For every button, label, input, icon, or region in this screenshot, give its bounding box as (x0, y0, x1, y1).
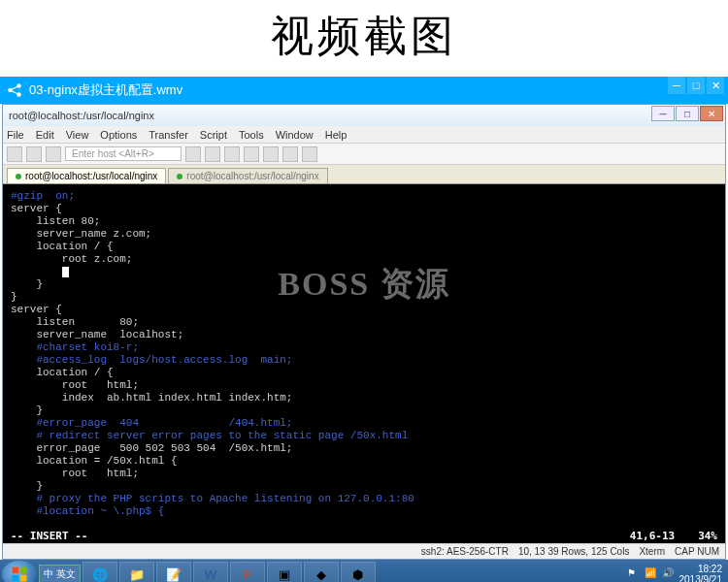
vim-mode: -- INSERT -- (11, 530, 87, 542)
menubar: FileEditViewOptionsTransferScriptToolsWi… (3, 126, 725, 144)
session-tab-0[interactable]: root@localhost:/usr/local/nginx (7, 168, 166, 183)
player-window-controls: ─ □ ✕ (668, 77, 724, 94)
status-size: 10, 13 39 Rows, 125 Cols (518, 546, 630, 557)
window-title-text: root@localhost:/usr/local/nginx (9, 110, 154, 121)
menu-help[interactable]: Help (325, 129, 347, 141)
vim-statusline: -- INSERT -- 41,6-13 34% (3, 529, 725, 543)
maximize-icon[interactable]: □ (687, 77, 705, 94)
svg-point-2 (17, 92, 21, 97)
toolbar-connect-icon[interactable] (185, 146, 201, 162)
language-indicator[interactable]: 中 英文 (39, 565, 81, 582)
svg-rect-4 (20, 567, 27, 574)
toolbar-new-icon[interactable] (7, 146, 22, 162)
taskbar-notepad-icon[interactable]: 📝 (156, 562, 191, 582)
win-maximize-icon[interactable]: □ (676, 106, 699, 121)
toolbar-open-icon[interactable] (26, 146, 42, 162)
toolbar-disconnect-icon[interactable] (205, 146, 220, 162)
video-player-titlebar: 03-nginx虚拟主机配置.wmv ─ □ ✕ (0, 77, 728, 104)
svg-rect-5 (13, 575, 19, 582)
minimize-icon[interactable]: ─ (668, 77, 685, 94)
menu-transfer[interactable]: Transfer (149, 129, 188, 141)
toolbar-find-icon[interactable] (263, 146, 279, 162)
toolbar-help-icon[interactable] (302, 146, 317, 162)
taskbar-powerpoint-icon[interactable]: P (230, 562, 265, 582)
svg-rect-6 (20, 575, 27, 582)
status-term: Xterm (639, 546, 665, 557)
vim-percent: 34% (698, 530, 717, 542)
toolbar-paste-icon[interactable] (244, 146, 259, 162)
session-tabs: root@localhost:/usr/local/nginxroot@loca… (3, 165, 725, 184)
system-tray: ⚑ 📶 🔊 18:22 2013/9/21 (627, 564, 727, 582)
tab-label: root@localhost:/usr/local/nginx (25, 171, 157, 181)
svg-rect-3 (13, 567, 19, 574)
taskbar-terminal-icon[interactable]: ▣ (267, 562, 302, 582)
ssh-client-window: root@localhost:/usr/local/nginx ─ □ ✕ Fi… (2, 104, 726, 560)
toolbar-save-icon[interactable] (46, 146, 61, 162)
window-titlebar: root@localhost:/usr/local/nginx ─ □ ✕ (3, 105, 725, 126)
close-icon[interactable]: ✕ (707, 77, 724, 94)
win-minimize-icon[interactable]: ─ (651, 106, 675, 121)
win-close-icon[interactable]: ✕ (700, 106, 723, 121)
tray-clock[interactable]: 18:22 2013/9/21 (679, 564, 723, 582)
toolbar: Enter host <Alt+R> (3, 144, 725, 165)
taskbar-chrome-icon[interactable]: 🌐 (83, 562, 117, 582)
status-cipher: ssh2: AES-256-CTR (421, 546, 509, 557)
tab-status-icon (16, 174, 21, 179)
host-input[interactable]: Enter host <Alt+R> (65, 146, 182, 161)
tray-flag-icon[interactable]: ⚑ (627, 567, 641, 581)
windows-taskbar: 中 英文 🌐 📁 📝 W P ▣ ◆ ⬢ ⚑ 📶 🔊 18:22 2013/9/… (0, 560, 728, 582)
menu-tools[interactable]: Tools (239, 129, 264, 141)
taskbar-explorer-icon[interactable]: 📁 (119, 562, 154, 582)
start-button[interactable] (2, 561, 37, 582)
toolbar-copy-icon[interactable] (224, 146, 240, 162)
status-caps: CAP NUM (675, 546, 719, 557)
taskbar-vm-icon[interactable]: ⬢ (341, 562, 376, 582)
menu-options[interactable]: Options (100, 129, 137, 141)
menu-script[interactable]: Script (200, 129, 227, 141)
taskbar-word-icon[interactable]: W (193, 562, 228, 582)
svg-point-0 (8, 88, 13, 93)
menu-view[interactable]: View (66, 129, 89, 141)
terminal-content: #gzip on;server { listen 80; server_name… (11, 190, 717, 518)
player-filename: 03-nginx虚拟主机配置.wmv (29, 81, 182, 99)
tab-label: root@localhost:/usr/local/nginx (186, 171, 318, 181)
page-heading: 视频截图 (0, 0, 728, 77)
tray-sound-icon[interactable]: 🔊 (662, 567, 676, 581)
menu-edit[interactable]: Edit (36, 129, 54, 141)
tray-network-icon[interactable]: 📶 (645, 567, 658, 581)
taskbar-app-icon[interactable]: ◆ (304, 562, 339, 582)
session-tab-1[interactable]: root@localhost:/usr/local/nginx (168, 168, 327, 183)
menu-window[interactable]: Window (276, 129, 314, 141)
svg-point-1 (17, 83, 21, 88)
player-logo-icon (6, 81, 23, 99)
tab-status-icon (177, 174, 182, 179)
toolbar-settings-icon[interactable] (282, 146, 298, 162)
terminal-viewport[interactable]: BOSS 资源 #gzip on;server { listen 80; ser… (3, 184, 725, 543)
menu-file[interactable]: File (7, 129, 24, 141)
connection-status-bar: ssh2: AES-256-CTR 10, 13 39 Rows, 125 Co… (3, 543, 725, 559)
vim-position: 41,6-13 (630, 530, 675, 542)
